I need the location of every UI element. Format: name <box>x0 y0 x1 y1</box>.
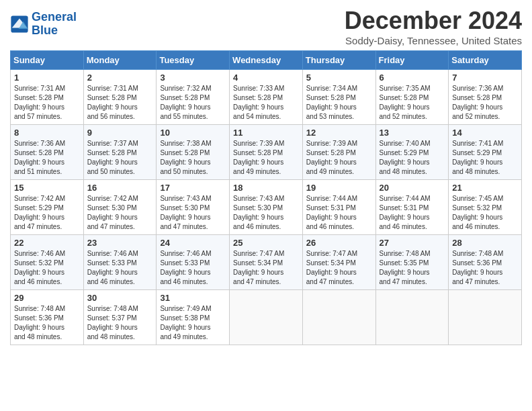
day-info: Sunrise: 7:32 AMSunset: 5:28 PMDaylight:… <box>160 84 226 122</box>
day-number: 5 <box>306 73 372 83</box>
location-title: Soddy-Daisy, Tennessee, United States <box>345 35 522 46</box>
day-number: 15 <box>14 183 80 193</box>
day-info: Sunrise: 7:31 AMSunset: 5:28 PMDaylight:… <box>14 84 80 122</box>
calendar-table: SundayMondayTuesdayWednesdayThursdayFrid… <box>10 50 522 345</box>
weekday-header-monday: Monday <box>83 51 157 70</box>
day-info: Sunrise: 7:39 AMSunset: 5:28 PMDaylight:… <box>233 139 299 177</box>
day-number: 4 <box>233 73 299 83</box>
day-number: 17 <box>160 183 226 193</box>
day-info: Sunrise: 7:48 AMSunset: 5:37 PMDaylight:… <box>87 304 153 342</box>
day-number: 22 <box>14 238 80 248</box>
day-number: 18 <box>233 183 299 193</box>
day-info: Sunrise: 7:41 AMSunset: 5:29 PMDaylight:… <box>452 139 518 177</box>
weekday-header-thursday: Thursday <box>302 51 375 70</box>
calendar-cell: 8Sunrise: 7:36 AMSunset: 5:28 PMDaylight… <box>11 125 84 180</box>
weekday-header-friday: Friday <box>375 51 449 70</box>
day-info: Sunrise: 7:48 AMSunset: 5:36 PMDaylight:… <box>14 304 80 342</box>
calendar-cell: 16Sunrise: 7:42 AMSunset: 5:30 PMDayligh… <box>83 180 157 235</box>
calendar-cell: 23Sunrise: 7:46 AMSunset: 5:33 PMDayligh… <box>83 235 157 290</box>
calendar-cell: 4Sunrise: 7:33 AMSunset: 5:28 PMDaylight… <box>230 70 303 125</box>
day-number: 1 <box>14 73 80 83</box>
day-number: 13 <box>380 128 445 138</box>
day-number: 16 <box>87 183 153 193</box>
calendar-cell: 24Sunrise: 7:46 AMSunset: 5:33 PMDayligh… <box>157 235 230 290</box>
day-number: 29 <box>14 293 80 303</box>
day-info: Sunrise: 7:43 AMSunset: 5:30 PMDaylight:… <box>233 194 299 232</box>
calendar-cell: 29Sunrise: 7:48 AMSunset: 5:36 PMDayligh… <box>11 290 84 345</box>
day-number: 9 <box>87 128 153 138</box>
day-number: 2 <box>87 73 153 83</box>
weekday-header-sunday: Sunday <box>11 51 84 70</box>
calendar-week-row: 1Sunrise: 7:31 AMSunset: 5:28 PMDaylight… <box>11 70 522 125</box>
day-info: Sunrise: 7:43 AMSunset: 5:30 PMDaylight:… <box>160 194 226 232</box>
day-info: Sunrise: 7:44 AMSunset: 5:31 PMDaylight:… <box>306 194 372 232</box>
day-number: 19 <box>306 183 372 193</box>
calendar-cell: 31Sunrise: 7:49 AMSunset: 5:38 PMDayligh… <box>157 290 230 345</box>
calendar-cell: 21Sunrise: 7:45 AMSunset: 5:32 PMDayligh… <box>449 180 522 235</box>
day-info: Sunrise: 7:48 AMSunset: 5:35 PMDaylight:… <box>380 249 445 287</box>
calendar-week-row: 8Sunrise: 7:36 AMSunset: 5:28 PMDaylight… <box>11 125 522 180</box>
day-number: 11 <box>233 128 299 138</box>
day-number: 8 <box>14 128 80 138</box>
calendar-cell: 17Sunrise: 7:43 AMSunset: 5:30 PMDayligh… <box>157 180 230 235</box>
day-number: 14 <box>452 128 518 138</box>
day-info: Sunrise: 7:42 AMSunset: 5:29 PMDaylight:… <box>14 194 80 232</box>
page-header: General Blue December 2024 Soddy-Daisy, … <box>10 7 522 46</box>
logo-text-line1: General <box>32 11 77 24</box>
calendar-cell: 14Sunrise: 7:41 AMSunset: 5:29 PMDayligh… <box>449 125 522 180</box>
day-info: Sunrise: 7:45 AMSunset: 5:32 PMDaylight:… <box>452 194 518 232</box>
day-number: 26 <box>306 238 372 248</box>
day-info: Sunrise: 7:34 AMSunset: 5:28 PMDaylight:… <box>306 84 372 122</box>
day-number: 12 <box>306 128 372 138</box>
day-number: 3 <box>160 73 226 83</box>
day-number: 6 <box>380 73 445 83</box>
day-info: Sunrise: 7:46 AMSunset: 5:33 PMDaylight:… <box>160 249 226 287</box>
day-info: Sunrise: 7:47 AMSunset: 5:34 PMDaylight:… <box>306 249 372 287</box>
day-number: 30 <box>87 293 153 303</box>
month-title: December 2024 <box>345 7 522 35</box>
calendar-cell: 20Sunrise: 7:44 AMSunset: 5:31 PMDayligh… <box>375 180 449 235</box>
day-info: Sunrise: 7:44 AMSunset: 5:31 PMDaylight:… <box>380 194 445 232</box>
calendar-cell: 15Sunrise: 7:42 AMSunset: 5:29 PMDayligh… <box>11 180 84 235</box>
calendar-week-row: 15Sunrise: 7:42 AMSunset: 5:29 PMDayligh… <box>11 180 522 235</box>
calendar-cell <box>302 290 375 345</box>
day-info: Sunrise: 7:33 AMSunset: 5:28 PMDaylight:… <box>233 84 299 122</box>
calendar-cell: 30Sunrise: 7:48 AMSunset: 5:37 PMDayligh… <box>83 290 157 345</box>
day-info: Sunrise: 7:37 AMSunset: 5:28 PMDaylight:… <box>87 139 153 177</box>
calendar-cell: 5Sunrise: 7:34 AMSunset: 5:28 PMDaylight… <box>302 70 375 125</box>
calendar-cell: 22Sunrise: 7:46 AMSunset: 5:32 PMDayligh… <box>11 235 84 290</box>
weekday-header-saturday: Saturday <box>449 51 522 70</box>
calendar-cell: 18Sunrise: 7:43 AMSunset: 5:30 PMDayligh… <box>230 180 303 235</box>
calendar-cell: 27Sunrise: 7:48 AMSunset: 5:35 PMDayligh… <box>375 235 449 290</box>
day-info: Sunrise: 7:46 AMSunset: 5:32 PMDaylight:… <box>14 249 80 287</box>
calendar-week-row: 22Sunrise: 7:46 AMSunset: 5:32 PMDayligh… <box>11 235 522 290</box>
day-number: 25 <box>233 238 299 248</box>
calendar-cell: 2Sunrise: 7:31 AMSunset: 5:28 PMDaylight… <box>83 70 157 125</box>
weekday-header-row: SundayMondayTuesdayWednesdayThursdayFrid… <box>11 51 522 70</box>
calendar-cell: 6Sunrise: 7:35 AMSunset: 5:28 PMDaylight… <box>375 70 449 125</box>
logo: General Blue <box>10 11 77 38</box>
day-number: 20 <box>380 183 445 193</box>
day-info: Sunrise: 7:46 AMSunset: 5:33 PMDaylight:… <box>87 249 153 287</box>
weekday-header-tuesday: Tuesday <box>157 51 230 70</box>
calendar-cell: 3Sunrise: 7:32 AMSunset: 5:28 PMDaylight… <box>157 70 230 125</box>
day-number: 28 <box>452 238 518 248</box>
calendar-cell: 26Sunrise: 7:47 AMSunset: 5:34 PMDayligh… <box>302 235 375 290</box>
calendar-cell: 11Sunrise: 7:39 AMSunset: 5:28 PMDayligh… <box>230 125 303 180</box>
title-area: December 2024 Soddy-Daisy, Tennessee, Un… <box>345 7 522 46</box>
calendar-cell: 19Sunrise: 7:44 AMSunset: 5:31 PMDayligh… <box>302 180 375 235</box>
day-number: 27 <box>380 238 445 248</box>
calendar-cell: 1Sunrise: 7:31 AMSunset: 5:28 PMDaylight… <box>11 70 84 125</box>
day-info: Sunrise: 7:47 AMSunset: 5:34 PMDaylight:… <box>233 249 299 287</box>
calendar-cell: 25Sunrise: 7:47 AMSunset: 5:34 PMDayligh… <box>230 235 303 290</box>
day-number: 21 <box>452 183 518 193</box>
day-info: Sunrise: 7:49 AMSunset: 5:38 PMDaylight:… <box>160 304 226 342</box>
day-number: 7 <box>452 73 518 83</box>
calendar-cell <box>230 290 303 345</box>
calendar-cell: 12Sunrise: 7:39 AMSunset: 5:28 PMDayligh… <box>302 125 375 180</box>
day-number: 31 <box>160 293 226 303</box>
calendar-cell: 10Sunrise: 7:38 AMSunset: 5:28 PMDayligh… <box>157 125 230 180</box>
logo-icon <box>10 15 29 34</box>
calendar-cell: 9Sunrise: 7:37 AMSunset: 5:28 PMDaylight… <box>83 125 157 180</box>
day-number: 23 <box>87 238 153 248</box>
